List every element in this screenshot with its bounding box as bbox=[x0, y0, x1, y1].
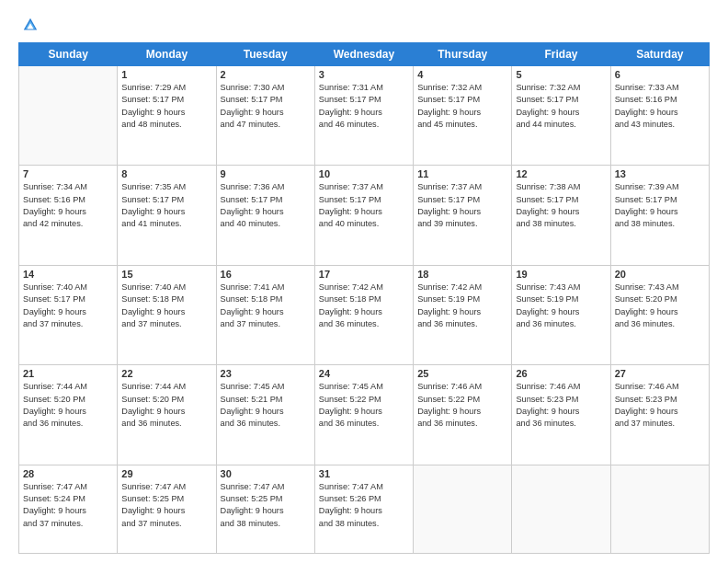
day-content: Sunrise: 7:35 AM Sunset: 5:17 PM Dayligh… bbox=[121, 181, 211, 230]
day-number: 16 bbox=[221, 269, 311, 280]
day-number: 27 bbox=[615, 368, 705, 379]
day-content: Sunrise: 7:39 AM Sunset: 5:17 PM Dayligh… bbox=[615, 181, 705, 230]
day-number: 14 bbox=[23, 269, 113, 280]
day-number: 15 bbox=[121, 269, 211, 280]
day-content: Sunrise: 7:38 AM Sunset: 5:17 PM Dayligh… bbox=[516, 181, 606, 230]
calendar-cell: 7Sunrise: 7:34 AM Sunset: 5:16 PM Daylig… bbox=[19, 166, 118, 265]
day-number: 7 bbox=[23, 168, 113, 179]
day-number: 20 bbox=[615, 269, 705, 280]
calendar-cell: 4Sunrise: 7:32 AM Sunset: 5:17 PM Daylig… bbox=[414, 66, 512, 166]
calendar-cell: 10Sunrise: 7:37 AM Sunset: 5:17 PM Dayli… bbox=[314, 166, 413, 265]
calendar-cell: 9Sunrise: 7:36 AM Sunset: 5:17 PM Daylig… bbox=[216, 166, 314, 265]
day-number: 9 bbox=[221, 168, 311, 179]
day-content: Sunrise: 7:45 AM Sunset: 5:22 PM Dayligh… bbox=[319, 381, 409, 430]
calendar-cell: 16Sunrise: 7:41 AM Sunset: 5:18 PM Dayli… bbox=[216, 265, 314, 364]
day-content: Sunrise: 7:30 AM Sunset: 5:17 PM Dayligh… bbox=[221, 82, 311, 131]
calendar-cell: 13Sunrise: 7:39 AM Sunset: 5:17 PM Dayli… bbox=[610, 166, 709, 265]
day-content: Sunrise: 7:46 AM Sunset: 5:23 PM Dayligh… bbox=[615, 381, 705, 430]
calendar-cell: 21Sunrise: 7:44 AM Sunset: 5:20 PM Dayli… bbox=[19, 365, 118, 465]
calendar-week-1: 1Sunrise: 7:29 AM Sunset: 5:17 PM Daylig… bbox=[19, 66, 710, 166]
calendar-cell: 1Sunrise: 7:29 AM Sunset: 5:17 PM Daylig… bbox=[118, 66, 216, 166]
calendar-cell: 15Sunrise: 7:40 AM Sunset: 5:18 PM Dayli… bbox=[118, 265, 216, 364]
logo-icon bbox=[22, 17, 39, 33]
calendar-cell: 23Sunrise: 7:45 AM Sunset: 5:21 PM Dayli… bbox=[216, 365, 314, 465]
calendar-cell: 20Sunrise: 7:43 AM Sunset: 5:20 PM Dayli… bbox=[610, 265, 709, 364]
day-number: 5 bbox=[516, 69, 606, 80]
calendar-cell: 11Sunrise: 7:37 AM Sunset: 5:17 PM Dayli… bbox=[414, 166, 512, 265]
calendar-cell: 29Sunrise: 7:47 AM Sunset: 5:25 PM Dayli… bbox=[118, 465, 216, 553]
day-number: 24 bbox=[319, 368, 409, 379]
calendar-cell bbox=[19, 66, 118, 166]
day-number: 23 bbox=[221, 368, 311, 379]
day-content: Sunrise: 7:47 AM Sunset: 5:24 PM Dayligh… bbox=[23, 481, 113, 530]
day-number: 31 bbox=[319, 468, 409, 479]
day-number: 13 bbox=[615, 168, 705, 179]
day-number: 10 bbox=[319, 168, 409, 179]
day-number: 26 bbox=[516, 368, 606, 379]
calendar-cell bbox=[414, 465, 512, 553]
day-content: Sunrise: 7:32 AM Sunset: 5:17 PM Dayligh… bbox=[516, 82, 606, 131]
calendar-cell: 12Sunrise: 7:38 AM Sunset: 5:17 PM Dayli… bbox=[512, 166, 610, 265]
day-content: Sunrise: 7:31 AM Sunset: 5:17 PM Dayligh… bbox=[319, 82, 409, 131]
page: Sunday Monday Tuesday Wednesday Thursday… bbox=[0, 0, 728, 563]
calendar-cell: 6Sunrise: 7:33 AM Sunset: 5:16 PM Daylig… bbox=[610, 66, 709, 166]
calendar-cell bbox=[610, 465, 709, 553]
calendar-cell: 5Sunrise: 7:32 AM Sunset: 5:17 PM Daylig… bbox=[512, 66, 610, 166]
day-content: Sunrise: 7:32 AM Sunset: 5:17 PM Dayligh… bbox=[417, 82, 507, 131]
day-number: 19 bbox=[516, 269, 606, 280]
calendar-week-5: 28Sunrise: 7:47 AM Sunset: 5:24 PM Dayli… bbox=[19, 465, 710, 553]
day-number: 1 bbox=[121, 69, 211, 80]
day-number: 4 bbox=[417, 69, 507, 80]
col-monday: Monday bbox=[118, 43, 216, 66]
calendar-cell: 17Sunrise: 7:42 AM Sunset: 5:18 PM Dayli… bbox=[314, 265, 413, 364]
calendar-cell: 28Sunrise: 7:47 AM Sunset: 5:24 PM Dayli… bbox=[19, 465, 118, 553]
header bbox=[18, 17, 710, 33]
day-content: Sunrise: 7:44 AM Sunset: 5:20 PM Dayligh… bbox=[121, 381, 211, 430]
day-content: Sunrise: 7:42 AM Sunset: 5:19 PM Dayligh… bbox=[417, 282, 507, 330]
calendar-cell: 14Sunrise: 7:40 AM Sunset: 5:17 PM Dayli… bbox=[19, 265, 118, 364]
calendar-cell: 30Sunrise: 7:47 AM Sunset: 5:25 PM Dayli… bbox=[216, 465, 314, 553]
calendar-week-3: 14Sunrise: 7:40 AM Sunset: 5:17 PM Dayli… bbox=[19, 265, 710, 364]
day-number: 21 bbox=[23, 368, 113, 379]
day-number: 3 bbox=[319, 69, 409, 80]
col-saturday: Saturday bbox=[610, 43, 709, 66]
day-number: 12 bbox=[516, 168, 606, 179]
day-number: 22 bbox=[121, 368, 211, 379]
day-content: Sunrise: 7:47 AM Sunset: 5:26 PM Dayligh… bbox=[319, 481, 409, 530]
calendar-cell: 19Sunrise: 7:43 AM Sunset: 5:19 PM Dayli… bbox=[512, 265, 610, 364]
day-content: Sunrise: 7:42 AM Sunset: 5:18 PM Dayligh… bbox=[319, 282, 409, 330]
calendar-cell: 31Sunrise: 7:47 AM Sunset: 5:26 PM Dayli… bbox=[314, 465, 413, 553]
calendar-week-2: 7Sunrise: 7:34 AM Sunset: 5:16 PM Daylig… bbox=[19, 166, 710, 265]
day-content: Sunrise: 7:36 AM Sunset: 5:17 PM Dayligh… bbox=[221, 181, 311, 230]
day-content: Sunrise: 7:43 AM Sunset: 5:20 PM Dayligh… bbox=[615, 282, 705, 330]
day-content: Sunrise: 7:34 AM Sunset: 5:16 PM Dayligh… bbox=[23, 181, 113, 230]
calendar-cell: 26Sunrise: 7:46 AM Sunset: 5:23 PM Dayli… bbox=[512, 365, 610, 465]
calendar-cell: 25Sunrise: 7:46 AM Sunset: 5:22 PM Dayli… bbox=[414, 365, 512, 465]
calendar-table: Sunday Monday Tuesday Wednesday Thursday… bbox=[18, 42, 710, 554]
col-tuesday: Tuesday bbox=[216, 43, 314, 66]
day-number: 8 bbox=[121, 168, 211, 179]
calendar-cell: 2Sunrise: 7:30 AM Sunset: 5:17 PM Daylig… bbox=[216, 66, 314, 166]
calendar-cell: 27Sunrise: 7:46 AM Sunset: 5:23 PM Dayli… bbox=[610, 365, 709, 465]
day-content: Sunrise: 7:40 AM Sunset: 5:18 PM Dayligh… bbox=[121, 282, 211, 330]
col-friday: Friday bbox=[512, 43, 610, 66]
day-number: 2 bbox=[221, 69, 311, 80]
calendar-cell: 3Sunrise: 7:31 AM Sunset: 5:17 PM Daylig… bbox=[314, 66, 413, 166]
day-number: 17 bbox=[319, 269, 409, 280]
day-number: 11 bbox=[417, 168, 507, 179]
day-content: Sunrise: 7:40 AM Sunset: 5:17 PM Dayligh… bbox=[23, 282, 113, 330]
calendar-cell bbox=[512, 465, 610, 553]
day-content: Sunrise: 7:29 AM Sunset: 5:17 PM Dayligh… bbox=[121, 82, 211, 131]
calendar-week-4: 21Sunrise: 7:44 AM Sunset: 5:20 PM Dayli… bbox=[19, 365, 710, 465]
day-content: Sunrise: 7:37 AM Sunset: 5:17 PM Dayligh… bbox=[417, 181, 507, 230]
calendar-cell: 22Sunrise: 7:44 AM Sunset: 5:20 PM Dayli… bbox=[118, 365, 216, 465]
day-content: Sunrise: 7:44 AM Sunset: 5:20 PM Dayligh… bbox=[23, 381, 113, 430]
day-number: 6 bbox=[615, 69, 705, 80]
day-content: Sunrise: 7:46 AM Sunset: 5:23 PM Dayligh… bbox=[516, 381, 606, 430]
calendar-cell: 8Sunrise: 7:35 AM Sunset: 5:17 PM Daylig… bbox=[118, 166, 216, 265]
col-wednesday: Wednesday bbox=[314, 43, 413, 66]
day-number: 25 bbox=[417, 368, 507, 379]
day-content: Sunrise: 7:46 AM Sunset: 5:22 PM Dayligh… bbox=[417, 381, 507, 430]
day-content: Sunrise: 7:37 AM Sunset: 5:17 PM Dayligh… bbox=[319, 181, 409, 230]
day-content: Sunrise: 7:45 AM Sunset: 5:21 PM Dayligh… bbox=[221, 381, 311, 430]
